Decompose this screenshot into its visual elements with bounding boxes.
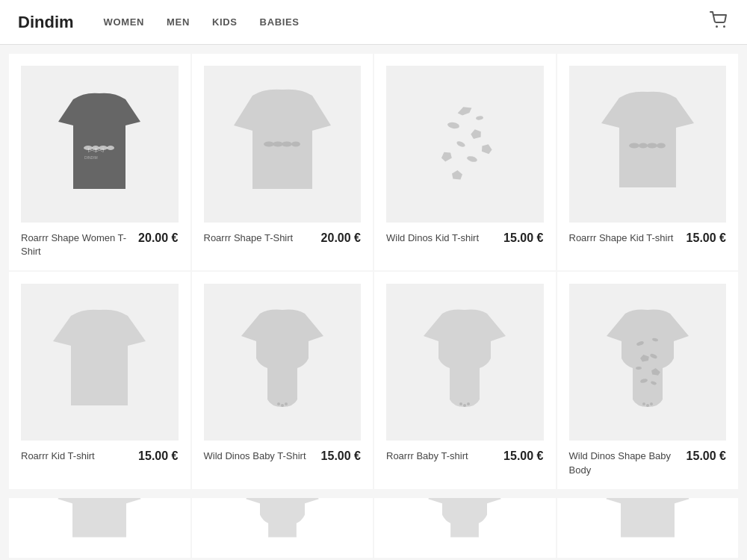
product-name: Wild Dinos Shape Baby Body bbox=[569, 449, 681, 476]
product-name: Wild Dinos Baby T-Shirt bbox=[204, 449, 315, 463]
main-nav: WOMEN MEN KIDS BABIES bbox=[104, 16, 710, 28]
product-name: Roarrr Shape T-Shirt bbox=[204, 231, 315, 245]
svg-point-5 bbox=[99, 146, 108, 150]
svg-point-40 bbox=[646, 404, 649, 407]
svg-point-26 bbox=[281, 404, 284, 407]
product-name: Wild Dinos Kid T-shirt bbox=[386, 231, 498, 245]
product-image: ▷◁▷◁ DINDIM bbox=[21, 66, 179, 223]
svg-point-24 bbox=[657, 143, 666, 149]
product-card[interactable]: ▷◁▷◁ DINDIM Roarrr Shape Women T-Shirt 2… bbox=[9, 54, 190, 270]
svg-point-10 bbox=[282, 142, 292, 147]
svg-point-15 bbox=[456, 140, 466, 149]
product-price: 15.00 € bbox=[321, 449, 361, 463]
product-name: Roarrr Shape Women T-Shirt bbox=[21, 231, 132, 258]
partial-product-row bbox=[0, 498, 747, 560]
svg-point-0 bbox=[716, 25, 718, 28]
product-card[interactable]: Wild Dinos Shape Baby Body 15.00 € bbox=[557, 272, 739, 488]
product-card[interactable]: Wild Dinos Kid T-shirt 15.00 € bbox=[374, 54, 556, 270]
svg-point-17 bbox=[467, 155, 478, 163]
svg-point-21 bbox=[629, 143, 639, 149]
product-info: Wild Dinos Baby T-Shirt 15.00 € bbox=[204, 449, 362, 463]
product-image bbox=[204, 284, 362, 441]
partial-product-card[interactable] bbox=[374, 498, 556, 558]
svg-marker-18 bbox=[452, 169, 463, 179]
cart-icon[interactable] bbox=[710, 11, 729, 34]
nav-babies[interactable]: BABIES bbox=[260, 16, 300, 28]
product-info: Roarrr Shape T-Shirt 20.00 € bbox=[204, 231, 362, 245]
product-info: Wild Dinos Shape Baby Body 15.00 € bbox=[569, 449, 727, 476]
svg-marker-20 bbox=[480, 143, 493, 155]
product-card[interactable]: Roarrr Shape T-Shirt 20.00 € bbox=[192, 54, 374, 270]
svg-point-4 bbox=[92, 146, 99, 150]
partial-product-card[interactable] bbox=[192, 498, 374, 558]
svg-point-23 bbox=[647, 143, 657, 149]
svg-point-13 bbox=[447, 122, 460, 130]
svg-point-1 bbox=[723, 25, 725, 28]
product-image bbox=[204, 66, 362, 223]
product-name: Roarrr Kid T-shirt bbox=[21, 449, 132, 463]
product-price: 15.00 € bbox=[503, 231, 543, 245]
product-info: Roarrr Shape Kid T-shirt 15.00 € bbox=[569, 231, 727, 245]
product-price: 20.00 € bbox=[138, 231, 178, 245]
product-image bbox=[569, 284, 727, 441]
svg-point-27 bbox=[285, 402, 288, 405]
partial-product-card[interactable] bbox=[9, 498, 190, 558]
product-grid: ▷◁▷◁ DINDIM Roarrr Shape Women T-Shirt 2… bbox=[0, 45, 747, 498]
svg-point-9 bbox=[273, 142, 283, 147]
product-info: Roarrr Shape Women T-Shirt 20.00 € bbox=[21, 231, 179, 258]
product-price: 15.00 € bbox=[138, 449, 178, 463]
svg-point-39 bbox=[642, 402, 645, 405]
svg-marker-16 bbox=[440, 149, 453, 162]
product-card[interactable]: Roarrr Baby T-shirt 15.00 € bbox=[374, 272, 556, 488]
nav-kids[interactable]: KIDS bbox=[212, 16, 238, 28]
svg-point-28 bbox=[459, 402, 462, 405]
product-info: Wild Dinos Kid T-shirt 15.00 € bbox=[386, 231, 544, 245]
svg-point-6 bbox=[107, 146, 114, 150]
product-price: 20.00 € bbox=[321, 231, 361, 245]
product-card[interactable]: Roarrr Shape Kid T-shirt 15.00 € bbox=[557, 54, 739, 270]
product-card[interactable]: Wild Dinos Baby T-Shirt 15.00 € bbox=[192, 272, 374, 488]
svg-point-11 bbox=[291, 142, 300, 147]
svg-point-41 bbox=[650, 402, 653, 405]
svg-point-25 bbox=[277, 402, 280, 405]
product-image bbox=[386, 284, 544, 441]
product-info: Roarrr Baby T-shirt 15.00 € bbox=[386, 449, 544, 463]
product-price: 15.00 € bbox=[503, 449, 543, 463]
svg-point-22 bbox=[639, 143, 648, 149]
product-image bbox=[569, 66, 727, 223]
svg-text:DINDIM: DINDIM bbox=[84, 155, 98, 160]
product-name: Roarrr Baby T-shirt bbox=[386, 449, 498, 463]
product-image bbox=[386, 66, 544, 223]
product-info: Roarrr Kid T-shirt 15.00 € bbox=[21, 449, 179, 463]
svg-marker-14 bbox=[470, 128, 483, 139]
svg-point-3 bbox=[84, 146, 93, 150]
svg-marker-12 bbox=[456, 105, 473, 116]
product-card[interactable]: Roarrr Kid T-shirt 15.00 € bbox=[9, 272, 190, 488]
nav-men[interactable]: MEN bbox=[167, 16, 190, 28]
nav-women[interactable]: WOMEN bbox=[104, 16, 145, 28]
svg-point-29 bbox=[463, 404, 466, 407]
product-name: Roarrr Shape Kid T-shirt bbox=[569, 231, 681, 245]
product-price: 15.00 € bbox=[686, 231, 726, 245]
partial-product-card[interactable] bbox=[557, 498, 739, 558]
svg-point-19 bbox=[476, 116, 484, 121]
svg-point-8 bbox=[264, 142, 274, 147]
product-price: 15.00 € bbox=[686, 449, 726, 463]
brand-logo[interactable]: Dindim bbox=[18, 13, 74, 32]
svg-point-30 bbox=[467, 402, 470, 405]
product-image bbox=[21, 284, 179, 441]
